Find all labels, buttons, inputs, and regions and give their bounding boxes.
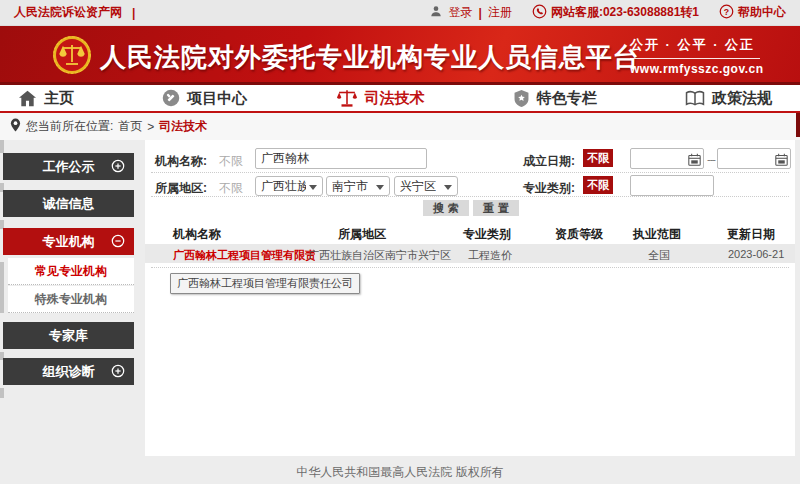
col-header-category: 专业类别 — [463, 226, 511, 243]
region-label: 所属地区: — [155, 180, 207, 197]
site-home-link[interactable]: 人民法院诉讼资产网 — [14, 4, 122, 21]
district-select[interactable]: 兴宁区 — [394, 176, 458, 196]
nav-item-home[interactable]: 主页 — [18, 89, 74, 108]
topbar-divider: | — [132, 6, 135, 20]
platform-title: 人民法院对外委托专业机构专业人员信息平台 — [100, 40, 640, 75]
chevron-down-icon — [444, 185, 452, 190]
col-header-region: 所属地区 — [338, 226, 386, 243]
calendar-icon[interactable] — [688, 152, 701, 165]
cell-region: 广西壮族自治区南宁市兴宁区 — [308, 248, 451, 263]
table-divider — [151, 267, 789, 268]
home-icon — [18, 90, 37, 107]
circle-minus-icon — [111, 234, 125, 251]
breadcrumb-separator: > — [147, 120, 154, 134]
page-footer: 中华人民共和国最高人民法院 版权所有 — [0, 456, 800, 484]
sidebar-edge-marker — [0, 140, 4, 153]
book-icon — [685, 90, 705, 107]
date-unlimited-button[interactable]: 不限 — [583, 149, 613, 167]
col-header-grade: 资质等级 — [555, 226, 603, 243]
login-link[interactable]: 登录 — [449, 4, 473, 21]
table-row[interactable]: 广西翰林工程项目管理有限责任... 广西壮族自治区南宁市兴宁区 工程造价 全国 … — [145, 244, 795, 263]
main-nav: 主页 项目中心 司法技术 特色专栏 — [0, 82, 800, 113]
calendar-icon[interactable] — [775, 152, 788, 165]
banner-slogan: 公开 · 公平 · 公正 — [630, 36, 760, 59]
org-name-tooltip: 广西翰林工程项目管理有限责任公司 — [170, 273, 360, 294]
sidebar-item-work-publicity[interactable]: 工作公示 — [3, 153, 134, 180]
chevron-down-icon — [376, 185, 384, 190]
col-header-updated: 更新日期 — [727, 226, 775, 243]
region-unlimited[interactable]: 不限 — [219, 180, 243, 197]
banner-url: www.rmfysszc.gov.cn — [630, 59, 760, 76]
site-banner: 人民法院对外委托专业机构专业人员信息平台 公开 · 公平 · 公正 www.rm… — [0, 26, 800, 82]
sidebar-subitem-common-orgs[interactable]: 常见专业机构 — [8, 258, 134, 285]
org-name-link[interactable]: 广西翰林工程项目管理有限责任... — [173, 248, 315, 263]
hotline-text: 网站客服:023-63088881转1 — [551, 4, 699, 21]
help-icon: ? — [719, 4, 734, 22]
login-register-divider: | — [479, 6, 482, 20]
floating-widget-handle[interactable] — [796, 113, 800, 137]
category-label: 专业类别: — [523, 180, 575, 197]
province-select[interactable]: 广西壮族自治区 — [255, 176, 323, 196]
sidebar-item-professional-orgs[interactable]: 专业机构 — [3, 228, 134, 255]
court-emblem-icon — [52, 35, 92, 75]
chevron-down-icon — [309, 185, 317, 190]
org-name-unlimited[interactable]: 不限 — [219, 153, 243, 170]
circle-plus-icon — [111, 159, 125, 176]
form-divider — [151, 196, 789, 197]
col-header-org-name: 机构名称 — [173, 226, 221, 243]
scales-icon — [336, 88, 358, 108]
page: 人民法院诉讼资产网 | 登录 | 注册 网站客服:023-63088881转1 … — [0, 0, 800, 484]
reset-button[interactable]: 重置 — [473, 200, 519, 216]
breadcrumb-home-link[interactable]: 首页 — [118, 118, 142, 135]
nav-item-special-column[interactable]: 特色专栏 — [513, 89, 597, 108]
founding-date-label: 成立日期: — [523, 153, 575, 170]
breadcrumb-prefix: 您当前所在位置: — [26, 118, 113, 135]
nav-item-project-center[interactable]: 项目中心 — [162, 89, 247, 108]
copyright-text: 中华人民共和国最高人民法院 版权所有 — [296, 464, 503, 481]
breadcrumb: 您当前所在位置: 首页 > 司法技术 — [0, 113, 800, 140]
breadcrumb-current: 司法技术 — [159, 118, 207, 135]
top-utility-bar: 人民法院诉讼资产网 | 登录 | 注册 网站客服:023-63088881转1 … — [0, 0, 800, 26]
phone-icon — [532, 4, 547, 22]
circle-plus-icon — [111, 364, 125, 381]
search-panel: 机构名称: 不限 成立日期: 不限 --- 所属地区: 不限 广西壮族自治区 南… — [145, 140, 795, 456]
org-name-label: 机构名称: — [155, 153, 207, 170]
category-input[interactable] — [630, 175, 714, 196]
sidebar-item-integrity-info[interactable]: 诚信信息 — [3, 190, 134, 217]
category-unlimited-button[interactable]: 不限 — [583, 176, 613, 194]
city-select[interactable]: 南宁市 — [326, 176, 390, 196]
nav-item-policy[interactable]: 政策法规 — [685, 89, 772, 108]
date-range-separator: --- — [707, 153, 715, 165]
col-header-scope: 执业范围 — [633, 226, 681, 243]
nav-item-judicial-tech[interactable]: 司法技术 — [336, 88, 425, 108]
search-button[interactable]: 搜索 — [423, 200, 469, 216]
svg-text:?: ? — [724, 6, 729, 16]
user-icon — [429, 4, 443, 21]
location-pin-icon — [10, 118, 21, 135]
register-link[interactable]: 注册 — [488, 4, 512, 21]
cell-scope: 全国 — [648, 248, 670, 263]
gavel-icon — [162, 89, 180, 107]
cell-category: 工程造价 — [468, 248, 512, 263]
cell-updated: 2023-06-21 — [728, 248, 784, 260]
org-name-input[interactable] — [255, 148, 427, 169]
sidebar-subitem-special-orgs[interactable]: 特殊专业机构 — [8, 286, 134, 313]
shield-icon — [513, 89, 530, 108]
sidebar-item-org-diagnosis[interactable]: 组织诊断 — [3, 358, 134, 385]
sidebar-edge-marker — [0, 388, 4, 398]
sidebar-item-expert-pool[interactable]: 专家库 — [3, 322, 134, 349]
sidebar-edge-marker — [0, 262, 4, 313]
help-center-link[interactable]: 帮助中心 — [738, 4, 786, 21]
form-divider — [151, 172, 789, 173]
content-area: 工作公示 诚信信息 专业机构 常见专业机构 特殊专业机构 — [0, 140, 800, 456]
